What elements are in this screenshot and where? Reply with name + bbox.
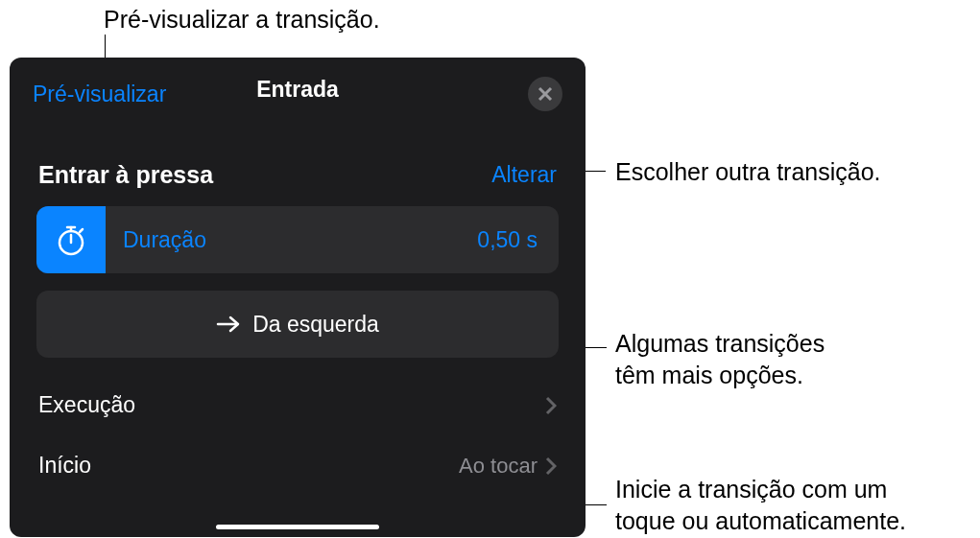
- callout-start-text2: toque ou automaticamente.: [615, 507, 906, 534]
- callout-start-text1: Inicie a transição com um: [615, 476, 887, 503]
- row-right: [545, 396, 557, 415]
- transition-panel: Pré-visualizar Entrada Entrar à pressa A…: [10, 58, 586, 537]
- callout-preview-text: Pré-visualizar a transição.: [104, 6, 380, 33]
- direction-label: Da esquerda: [252, 312, 379, 338]
- duration-value: 0,50 s: [477, 227, 559, 253]
- execution-row[interactable]: Execução: [10, 375, 586, 435]
- stopwatch-icon: [54, 222, 88, 257]
- row-right: Ao tocar: [459, 454, 557, 479]
- change-button[interactable]: Alterar: [491, 162, 557, 188]
- duration-row[interactable]: Duração 0,50 s: [36, 206, 559, 273]
- preview-button[interactable]: Pré-visualizar: [33, 82, 166, 107]
- callout-options: Algumas transições têm mais opções.: [615, 328, 825, 390]
- chevron-right-icon: [545, 456, 557, 476]
- close-icon: [538, 86, 553, 102]
- callout-change-text: Escolher outra transição.: [615, 158, 881, 185]
- svg-line-6: [80, 229, 83, 232]
- start-value: Ao tocar: [459, 454, 538, 479]
- duration-label: Duração: [106, 227, 477, 253]
- panel-header: Pré-visualizar Entrada: [10, 58, 586, 125]
- panel-title: Entrada: [256, 77, 339, 103]
- callout-change: Escolher outra transição.: [615, 156, 881, 188]
- home-indicator: [216, 525, 379, 529]
- close-button[interactable]: [528, 77, 562, 111]
- start-label: Início: [38, 453, 91, 479]
- execution-label: Execução: [38, 392, 135, 418]
- arrow-right-icon: [216, 314, 241, 335]
- chevron-right-icon: [545, 396, 557, 415]
- start-row[interactable]: Início Ao tocar: [10, 435, 586, 496]
- section-header: Entrar à pressa Alterar: [10, 125, 586, 206]
- callout-options-text1: Algumas transições: [615, 330, 825, 357]
- duration-icon-wrap: [36, 206, 106, 273]
- direction-row[interactable]: Da esquerda: [36, 291, 559, 358]
- transition-name: Entrar à pressa: [38, 161, 213, 189]
- callout-start: Inicie a transição com um toque ou autom…: [615, 474, 906, 536]
- callout-options-text2: têm mais opções.: [615, 362, 803, 388]
- direction-content: Da esquerda: [216, 312, 379, 338]
- callout-preview: Pré-visualizar a transição.: [104, 4, 380, 35]
